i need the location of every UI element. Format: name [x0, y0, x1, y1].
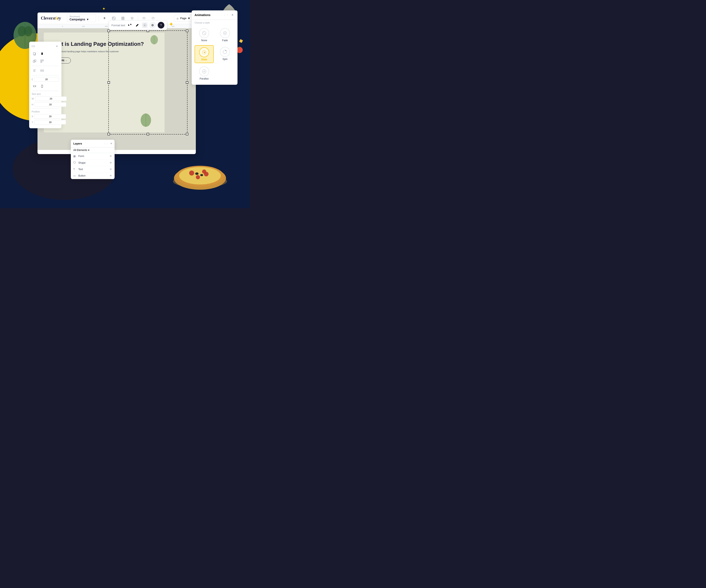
y-input[interactable]: 20 — [34, 120, 66, 125]
grid-icon-button[interactable] — [39, 58, 45, 64]
text-layer-icon: T — [73, 168, 77, 171]
text-visibility-icon[interactable]: 👁 — [110, 168, 112, 171]
storyboard-name: Campaigns ▾ — [70, 18, 93, 21]
edit-format-icon[interactable] — [134, 22, 140, 28]
animations-close-button[interactable]: × — [230, 13, 235, 17]
animation-parallax[interactable]: Parallax — [195, 65, 214, 82]
height-input[interactable]: 20 — [35, 102, 66, 107]
all-elements-chevron-icon: ▾ — [88, 149, 89, 152]
ruler-tick-100: 100 — [82, 26, 85, 27]
svg-rect-23 — [42, 70, 44, 72]
svg-point-46 — [239, 47, 240, 48]
chevron-down-icon: ▾ — [87, 18, 88, 21]
layer-item-form[interactable]: ▦ Form 👁 — [71, 153, 115, 160]
page-selector[interactable]: ⌂ Page ▾ — [174, 15, 193, 22]
resize-handle-mr[interactable] — [186, 81, 188, 84]
align-left-button[interactable] — [32, 68, 38, 74]
animation-slide[interactable]: Slide — [195, 45, 214, 63]
angle-icon: ⟨ — [32, 78, 33, 81]
panel-icon-row-2 — [32, 58, 59, 64]
link-format-icon[interactable] — [127, 22, 133, 28]
layer-item-button[interactable]: ▭ Button 👁 — [71, 173, 115, 179]
layers-controls: ⋮⋮ × — [104, 142, 112, 145]
format-text-label: Format text — [112, 24, 125, 27]
panel-drag-handle[interactable] — [32, 45, 35, 47]
resize-handle-ml[interactable] — [108, 81, 110, 84]
resize-handle-tr[interactable] — [186, 30, 188, 32]
angle-input[interactable]: 20 — [34, 77, 59, 82]
svg-point-14 — [144, 25, 146, 26]
animations-drag-handle[interactable]: ⋮⋮ — [224, 14, 229, 16]
flip-h-button[interactable] — [32, 83, 38, 89]
sparkle-decoration-1: ✦ — [102, 6, 106, 11]
width-label: W — [32, 97, 34, 100]
position-section-label: Position — [32, 110, 59, 113]
panel-angle-row: ⟨ 20 — [32, 77, 59, 82]
panel-close-button[interactable]: × — [55, 44, 59, 48]
svg-point-32 — [173, 175, 227, 187]
svg-point-24 — [74, 161, 76, 163]
format-text-toolbar: Format text ⚙ ? — [109, 20, 167, 30]
width-input[interactable]: 20 — [35, 96, 67, 101]
ruler-tick-200: 200 — [105, 26, 108, 27]
button-visibility-icon[interactable]: 👁 — [110, 174, 112, 177]
resize-handle-tl[interactable] — [108, 30, 110, 32]
layers-header: Layers ⋮⋮ × — [71, 140, 115, 148]
height-row: H 20 — [32, 102, 59, 107]
svg-rect-19 — [41, 60, 42, 61]
svg-point-36 — [189, 171, 194, 175]
resize-handle-br[interactable] — [186, 133, 188, 135]
animation-spin-icon — [220, 47, 230, 57]
animations-panel: Animations ⋮⋮ × Choose a style None Fade — [192, 10, 237, 85]
width-row: W 20 — [32, 96, 59, 101]
page-chevron-icon: ▾ — [188, 16, 190, 20]
copy-icon-button[interactable] — [32, 51, 38, 57]
animation-spin-label: Spin — [223, 58, 228, 60]
panel-header: × — [32, 44, 59, 48]
form-layer-icon: ▦ — [73, 155, 77, 158]
flip-v-button[interactable] — [39, 83, 45, 89]
x-input[interactable]: 20 — [34, 114, 66, 119]
distribute-button[interactable] — [39, 68, 45, 74]
animation-fade[interactable]: Fade — [215, 27, 235, 44]
resize-handle-bl[interactable] — [108, 133, 110, 135]
svg-rect-7 — [122, 18, 124, 19]
shape-visibility-icon[interactable]: 👁 — [110, 161, 112, 164]
svg-line-26 — [203, 32, 205, 34]
form-visibility-icon[interactable]: 👁 — [110, 155, 112, 158]
all-elements-button[interactable]: All Elements ▾ — [71, 148, 115, 153]
svg-point-34 — [176, 166, 224, 186]
storyboard-selector[interactable]: Storyboard: Campaigns ▾ — [67, 14, 96, 22]
app-logo: Cleverstōry — [41, 16, 61, 20]
animation-slide-icon — [199, 47, 209, 57]
animation-none-label: None — [201, 39, 207, 42]
choose-style-label: Choose a style — [192, 20, 237, 25]
spin-format-icon[interactable] — [142, 22, 148, 28]
help-format-icon[interactable]: ? — [158, 22, 164, 29]
all-elements-label: All Elements — [73, 149, 87, 152]
button-layer-name: Button — [78, 174, 108, 177]
text-layer-name: Text — [78, 168, 108, 171]
animation-none-icon — [199, 28, 209, 38]
layer-item-shape[interactable]: Shape 👁 — [71, 160, 115, 166]
add-element-button[interactable]: + — [101, 15, 108, 22]
animation-spin[interactable]: Spin — [215, 45, 235, 63]
layer-item-text[interactable]: T Text 👁 — [71, 166, 115, 173]
duplicate-icon-button[interactable] — [32, 58, 38, 64]
settings-format-icon[interactable]: ⚙ — [149, 22, 156, 29]
resize-handle-bm[interactable] — [147, 133, 149, 135]
svg-point-28 — [224, 33, 226, 34]
svg-rect-6 — [122, 17, 124, 18]
panel-separator-3 — [32, 91, 59, 91]
svg-rect-20 — [42, 60, 44, 61]
layers-title: Layers — [73, 142, 82, 145]
layers-close-button[interactable]: × — [110, 142, 112, 145]
panel-flip-row — [32, 83, 59, 89]
layers-drag-handle[interactable]: ⋮⋮ — [104, 142, 109, 145]
size-section-label: Size (px) — [32, 93, 59, 95]
selection-overlay[interactable]: Format text ⚙ ? — [108, 30, 188, 134]
animation-none[interactable]: None — [195, 27, 214, 44]
svg-point-42 — [195, 172, 199, 175]
ruler-tick-0: 0 — [62, 26, 63, 27]
delete-icon-button[interactable] — [39, 51, 45, 57]
